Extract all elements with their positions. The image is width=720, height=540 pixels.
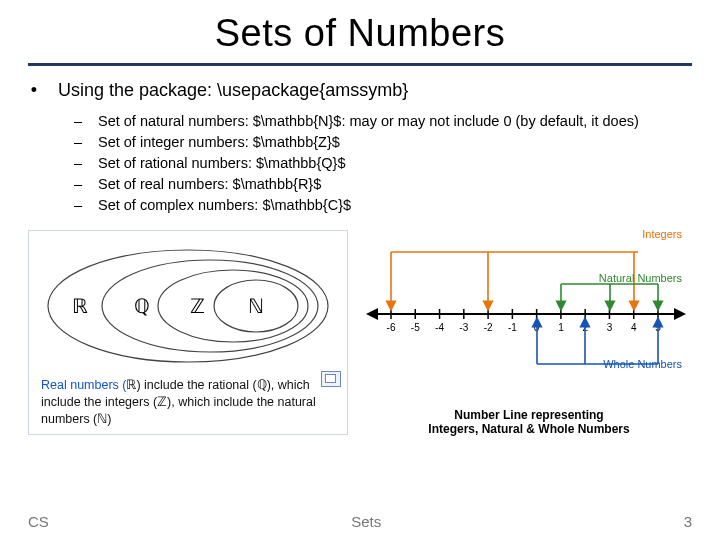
venn-cap-q: ℚ bbox=[257, 378, 267, 392]
venn-cap-a: Real numbers ( bbox=[41, 378, 126, 392]
title-underline bbox=[28, 63, 692, 66]
sub-bullet: –Set of integer numbers: $\mathbb{Z}$ bbox=[72, 132, 692, 153]
bullet-marker: • bbox=[28, 80, 40, 101]
venn-cap-n: ℕ bbox=[97, 412, 107, 426]
venn-diagram: ℝ ℚ ℤ ℕ Real numbers (ℝ) include the rat… bbox=[28, 230, 348, 435]
enlarge-icon[interactable] bbox=[321, 371, 341, 387]
venn-cap-e: ) bbox=[107, 412, 111, 426]
tick-label: 3 bbox=[607, 322, 613, 333]
sub-bullet: –Set of real numbers: $\mathbb{R}$ bbox=[72, 174, 692, 195]
label-whole: Whole Numbers bbox=[603, 358, 682, 370]
nl-cap-2: Integers, Natural & Whole Numbers bbox=[366, 422, 692, 436]
venn-cap-z: ℤ bbox=[157, 395, 167, 409]
tick-label: 4 bbox=[631, 322, 637, 333]
tick-label: 1 bbox=[558, 322, 564, 333]
venn-label-z: ℤ bbox=[190, 295, 205, 317]
bullet-text: Using the package: \usepackage{amssymb} bbox=[58, 80, 408, 101]
sub-bullet: –Set of natural numbers: $\mathbb{N}$: m… bbox=[72, 111, 692, 132]
footer-right: 3 bbox=[684, 513, 692, 530]
slide-footer: CS Sets 3 bbox=[0, 513, 720, 530]
dash-marker: – bbox=[72, 174, 84, 195]
sub-bullet-text: Set of natural numbers: $\mathbb{N}$: ma… bbox=[98, 111, 639, 132]
sub-bullet: –Set of rational numbers: $\mathbb{Q}$ bbox=[72, 153, 692, 174]
number-line-figure: Integers Natural Numbers Whole Numbers bbox=[366, 230, 692, 436]
dash-marker: – bbox=[72, 132, 84, 153]
figure-row: ℝ ℚ ℤ ℕ Real numbers (ℝ) include the rat… bbox=[28, 230, 692, 436]
slide: Sets of Numbers • Using the package: \us… bbox=[0, 0, 720, 540]
dash-marker: – bbox=[72, 153, 84, 174]
number-line-caption: Number Line representing Integers, Natur… bbox=[366, 408, 692, 436]
tick-label: -3 bbox=[459, 322, 468, 333]
sub-bullet: –Set of complex numbers: $\mathbb{C}$ bbox=[72, 195, 692, 216]
venn-cap-b: ) include the rational ( bbox=[136, 378, 256, 392]
label-integers: Integers bbox=[642, 228, 682, 240]
tick-label: -6 bbox=[387, 322, 396, 333]
tick-label: -5 bbox=[411, 322, 420, 333]
dash-marker: – bbox=[72, 111, 84, 132]
sub-bullets: –Set of natural numbers: $\mathbb{N}$: m… bbox=[72, 111, 692, 216]
sub-bullet-text: Set of rational numbers: $\mathbb{Q}$ bbox=[98, 153, 345, 174]
venn-svg: ℝ ℚ ℤ ℕ bbox=[38, 241, 338, 371]
footer-left: CS bbox=[28, 513, 49, 530]
venn-cap-r: ℝ bbox=[126, 378, 136, 392]
sub-bullet-text: Set of integer numbers: $\mathbb{Z}$ bbox=[98, 132, 340, 153]
nl-cap-1: Number Line representing bbox=[366, 408, 692, 422]
sub-bullet-text: Set of real numbers: $\mathbb{R}$ bbox=[98, 174, 321, 195]
tick-label: -1 bbox=[508, 322, 517, 333]
slide-title: Sets of Numbers bbox=[28, 12, 692, 55]
dash-marker: – bbox=[72, 195, 84, 216]
venn-caption: Real numbers (ℝ) include the rational (ℚ… bbox=[35, 371, 341, 428]
bullet-level1: • Using the package: \usepackage{amssymb… bbox=[28, 80, 692, 101]
footer-center: Sets bbox=[351, 513, 381, 530]
svg-point-2 bbox=[158, 270, 308, 342]
venn-label-r: ℝ bbox=[72, 295, 88, 317]
venn-label-n: ℕ bbox=[248, 295, 264, 317]
label-natural: Natural Numbers bbox=[599, 272, 682, 284]
sub-bullet-text: Set of complex numbers: $\mathbb{C}$ bbox=[98, 195, 351, 216]
venn-label-q: ℚ bbox=[134, 295, 150, 317]
svg-point-0 bbox=[48, 250, 328, 362]
tick-label: -2 bbox=[484, 322, 493, 333]
tick-label: -4 bbox=[435, 322, 444, 333]
